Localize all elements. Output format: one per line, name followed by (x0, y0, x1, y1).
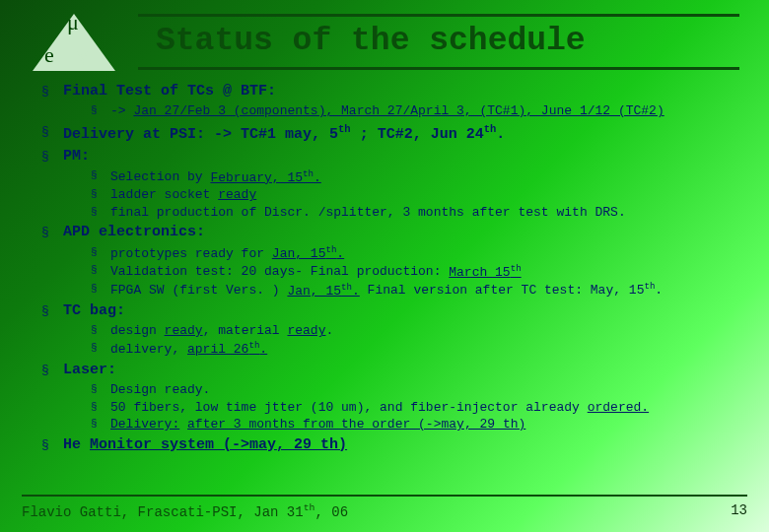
list-item: Delivery at PSI: -> TC#1 may, 5th ; TC#2… (37, 122, 739, 145)
sub-item: FPGA SW (first Vers. ) Jan, 15th. Final … (91, 281, 739, 299)
slide-footer: Flavio Gatti, Frascati-PSI, Jan 31th, 06… (22, 502, 747, 520)
list-item: Final Test of TCs @ BTF:-> Jan 27/Feb 3 … (37, 82, 739, 120)
sub-item: Selection by February, 15th. (91, 167, 739, 186)
item-label: APD electronics: (63, 223, 739, 242)
sub-list: prototypes ready for Jan, 15th.Validatio… (63, 244, 739, 300)
list-item: He Monitor system (->may, 29 th) (37, 435, 739, 455)
sub-item: -> Jan 27/Feb 3 (components), March 27/A… (91, 102, 739, 120)
sub-item: design ready, material ready. (91, 322, 739, 340)
sub-list: -> Jan 27/Feb 3 (components), March 27/A… (63, 102, 739, 120)
slide-header: μ e γ Status of the schedule (30, 10, 739, 74)
item-label: Final Test of TCs @ BTF: (63, 82, 739, 101)
item-label: PM: (63, 147, 739, 166)
title-bar: Status of the schedule (138, 14, 739, 70)
item-label: He Monitor system (->may, 29 th) (63, 435, 739, 455)
item-label: TC bag: (63, 301, 739, 321)
list-item: Laser:Design ready.50 fibers, low time j… (37, 361, 739, 433)
list-item: PM:Selection by February, 15th.ladder so… (37, 147, 739, 221)
sub-item: delivery, april 26th. (91, 340, 739, 359)
page-number: 13 (731, 502, 747, 520)
sub-list: Selection by February, 15th.ladder socke… (63, 167, 739, 221)
sub-item: 50 fibers, low time jtter (10 um), and f… (91, 399, 739, 417)
list-item: TC bag:design ready, material ready.deli… (37, 301, 739, 359)
sub-list: Design ready.50 fibers, low time jtter (… (63, 381, 739, 433)
slide-title: Status of the schedule (138, 23, 739, 59)
logo-gamma: γ (77, 41, 88, 68)
footer-author: Flavio Gatti, Frascati-PSI, Jan 31th, 06 (22, 502, 348, 520)
bullet-list: Final Test of TCs @ BTF:-> Jan 27/Feb 3 … (30, 82, 739, 455)
sub-item: ladder socket ready (91, 186, 739, 204)
sub-item: Delivery: after 3 months from the order … (91, 416, 739, 433)
item-label: Delivery at PSI: -> TC#1 may, 5th ; TC#2… (63, 122, 739, 145)
sub-item: Design ready. (91, 381, 739, 399)
sub-item: Validation test: 20 days- Final producti… (91, 262, 739, 281)
logo-icon: μ e γ (30, 10, 118, 74)
list-item: APD electronics:prototypes ready for Jan… (37, 223, 739, 299)
sub-list: design ready, material ready.delivery, a… (63, 322, 739, 358)
sub-item: final production of Discr. /splitter, 3 … (91, 204, 739, 222)
item-label: Laser: (63, 361, 739, 380)
sub-item: prototypes ready for Jan, 15th. (91, 244, 739, 263)
logo-mu: μ (67, 10, 79, 35)
logo-e: e (44, 42, 54, 68)
